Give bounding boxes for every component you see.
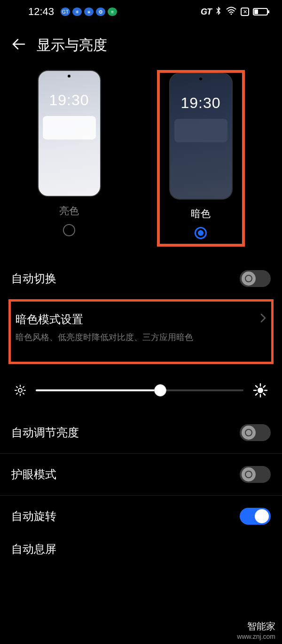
svg-point-0 xyxy=(231,13,232,15)
svg-line-8 xyxy=(23,387,24,388)
svg-point-1 xyxy=(18,388,22,392)
svg-point-10 xyxy=(258,388,263,393)
svg-line-17 xyxy=(264,386,266,388)
slider-fill xyxy=(36,389,160,391)
light-label: 亮色 xyxy=(59,204,79,217)
page-header: 显示与亮度 xyxy=(0,22,282,65)
auto-brightness-label: 自动调节亮度 xyxy=(11,425,79,440)
theme-option-dark[interactable]: 19:30 暗色 xyxy=(157,70,245,247)
preview-time: 19:30 xyxy=(39,92,100,109)
dark-preview: 19:30 xyxy=(169,73,233,200)
row-auto-screen-off[interactable]: 自动息屏 xyxy=(0,537,282,569)
dark-settings-subtitle: 暗色风格、低亮度时降低对比度、三方应用暗色 xyxy=(16,332,266,343)
wifi-icon xyxy=(226,7,237,17)
svg-line-7 xyxy=(23,393,24,394)
svg-line-18 xyxy=(256,394,258,396)
theme-mode-selector: 19:30 亮色 19:30 暗色 xyxy=(0,65,282,258)
auto-switch-label: 自动切换 xyxy=(11,271,56,286)
brightness-low-icon xyxy=(14,384,26,396)
theme-option-light[interactable]: 19:30 亮色 xyxy=(38,70,101,247)
back-button[interactable] xyxy=(11,38,25,54)
row-auto-brightness: 自动调节亮度 xyxy=(0,412,282,453)
preview-widget xyxy=(43,116,96,140)
app-icon: ❂ xyxy=(96,8,105,16)
page-title: 显示与亮度 xyxy=(37,36,107,55)
status-time: 12:43 xyxy=(28,6,54,18)
dark-radio[interactable] xyxy=(195,227,207,239)
auto-switch-toggle[interactable] xyxy=(240,270,271,287)
watermark: 智能家 www.znj.com xyxy=(237,620,275,640)
close-square-icon: ✕ xyxy=(241,8,249,16)
watermark-url: www.znj.com xyxy=(237,633,275,640)
auto-rotate-toggle[interactable] xyxy=(240,508,271,525)
status-app-icons: GT ✳ ∗ ❂ ≡ xyxy=(61,8,117,16)
slider-thumb[interactable] xyxy=(154,384,166,396)
notch-icon xyxy=(68,75,70,78)
svg-line-15 xyxy=(256,386,258,388)
notch-icon xyxy=(199,78,202,80)
auto-rotate-label: 自动旋转 xyxy=(11,509,56,524)
eye-comfort-toggle[interactable] xyxy=(240,466,271,483)
auto-screen-off-label: 自动息屏 xyxy=(11,542,56,557)
chevron-right-icon xyxy=(260,312,266,326)
row-auto-switch: 自动切换 xyxy=(0,258,282,299)
gt-badge-icon: GT xyxy=(61,8,70,16)
dark-settings-title: 暗色模式设置 xyxy=(16,312,83,327)
row-auto-rotate: 自动旋转 xyxy=(0,496,282,537)
bluetooth-badge-icon: ∗ xyxy=(84,8,94,16)
row-eye-comfort: 护眼模式 xyxy=(0,454,282,495)
row-dark-mode-settings[interactable]: 暗色模式设置 暗色风格、低亮度时降低对比度、三方应用暗色 xyxy=(8,299,274,364)
gt-logo-icon: GT xyxy=(201,7,212,17)
eye-comfort-label: 护眼模式 xyxy=(11,467,56,482)
light-preview: 19:30 xyxy=(38,70,101,197)
dark-label: 暗色 xyxy=(191,207,211,220)
status-bar: 12:43 GT ✳ ∗ ❂ ≡ GT ✕ xyxy=(0,0,282,22)
brightness-slider[interactable] xyxy=(36,389,243,391)
brightness-high-icon xyxy=(253,383,268,398)
battery-icon xyxy=(253,8,268,16)
preview-time: 19:30 xyxy=(170,94,232,112)
wechat-icon: ✳ xyxy=(72,8,82,16)
watermark-title: 智能家 xyxy=(237,620,275,633)
svg-line-16 xyxy=(264,394,266,396)
svg-line-9 xyxy=(16,393,17,394)
preview-widget xyxy=(174,119,227,142)
bluetooth-icon xyxy=(215,6,222,18)
status-left: 12:43 GT ✳ ∗ ❂ ≡ xyxy=(28,6,117,18)
status-right: GT ✕ xyxy=(201,6,268,18)
app-icon-2: ≡ xyxy=(108,8,117,16)
svg-line-6 xyxy=(16,387,17,388)
auto-brightness-toggle[interactable] xyxy=(240,424,271,441)
light-radio[interactable] xyxy=(63,224,75,236)
brightness-slider-row xyxy=(0,364,282,412)
